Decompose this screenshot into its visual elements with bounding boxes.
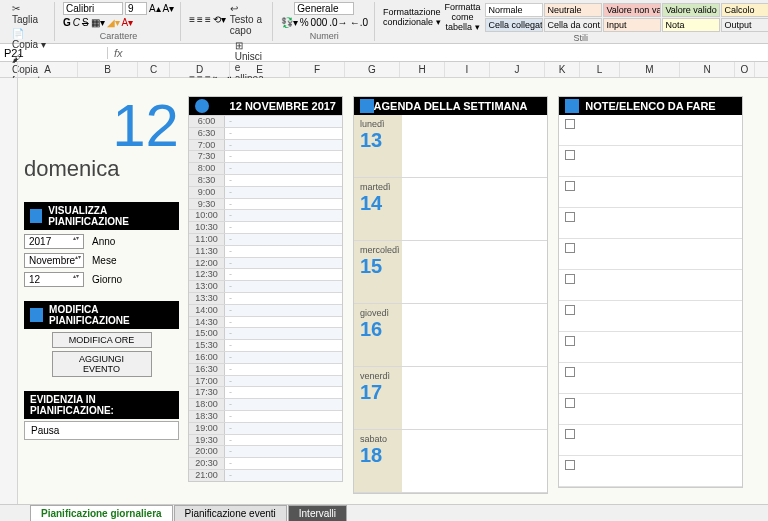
font-color-icon[interactable]: A▾	[122, 17, 134, 28]
fill-color-icon[interactable]: ◢▾	[107, 17, 120, 28]
number-format-select[interactable]: Generale	[294, 2, 354, 15]
style-neutrale[interactable]: Neutrale	[544, 3, 602, 17]
col-header[interactable]: C	[138, 62, 170, 77]
month-spinner[interactable]: Novembre	[24, 253, 84, 268]
schedule-slot[interactable]: -	[225, 116, 342, 127]
col-header[interactable]: M	[620, 62, 680, 77]
agenda-day[interactable]: martedì14	[354, 178, 547, 241]
note-row[interactable]	[559, 239, 742, 270]
schedule-row[interactable]: 10:00-	[189, 209, 342, 221]
schedule-row[interactable]: 13:30-	[189, 292, 342, 304]
col-header[interactable]: N	[680, 62, 735, 77]
schedule-row[interactable]: 17:30-	[189, 386, 342, 398]
note-row[interactable]	[559, 394, 742, 425]
schedule-row[interactable]: 18:00-	[189, 398, 342, 410]
schedule-slot[interactable]: -	[225, 258, 342, 269]
schedule-slot[interactable]: -	[225, 187, 342, 198]
checkbox-icon[interactable]	[565, 212, 575, 222]
schedule-slot[interactable]: -	[225, 140, 342, 151]
schedule-slot[interactable]: -	[225, 269, 342, 280]
schedule-row[interactable]: 11:00-	[189, 233, 342, 245]
col-header[interactable]: H	[400, 62, 445, 77]
note-row[interactable]	[559, 146, 742, 177]
col-header[interactable]: B	[78, 62, 138, 77]
note-row[interactable]	[559, 301, 742, 332]
schedule-slot[interactable]: -	[225, 151, 342, 162]
highlight-value[interactable]: Pausa	[24, 421, 179, 440]
strike-button[interactable]: S	[82, 17, 89, 28]
col-header[interactable]: G	[345, 62, 400, 77]
cut-button[interactable]: ✂ Taglia	[10, 2, 48, 26]
col-header[interactable]: A	[18, 62, 78, 77]
schedule-slot[interactable]: -	[225, 411, 342, 422]
schedule-row[interactable]: 16:30-	[189, 363, 342, 375]
schedule-slot[interactable]: -	[225, 340, 342, 351]
note-row[interactable]	[559, 270, 742, 301]
schedule-slot[interactable]: -	[225, 328, 342, 339]
schedule-row[interactable]: 19:30-	[189, 434, 342, 446]
style-nota[interactable]: Nota	[662, 18, 720, 32]
checkbox-icon[interactable]	[565, 150, 575, 160]
modify-hours-button[interactable]: MODIFICA ORE	[52, 332, 152, 348]
schedule-row[interactable]: 6:00-	[189, 115, 342, 127]
dec-dec-icon[interactable]: ←.0	[350, 17, 368, 28]
bold-button[interactable]: G	[63, 17, 71, 28]
col-header[interactable]: E	[230, 62, 290, 77]
format-table-button[interactable]: Formatta come tabella ▾	[445, 2, 481, 32]
schedule-slot[interactable]: -	[225, 246, 342, 257]
font-size-select[interactable]: 9	[125, 2, 147, 15]
italic-button[interactable]: C	[73, 17, 80, 28]
day-spinner[interactable]: 12	[24, 272, 84, 287]
schedule-slot[interactable]: -	[225, 128, 342, 139]
checkbox-icon[interactable]	[565, 274, 575, 284]
style-cella-collegata[interactable]: Cella collegata	[485, 18, 543, 32]
schedule-slot[interactable]: -	[225, 222, 342, 233]
schedule-slot[interactable]: -	[225, 210, 342, 221]
agenda-day[interactable]: sabato18	[354, 430, 547, 493]
schedule-slot[interactable]: -	[225, 293, 342, 304]
style-valore-non-valido[interactable]: Valore non va...	[603, 3, 661, 17]
style-input[interactable]: Input	[603, 18, 661, 32]
checkbox-icon[interactable]	[565, 305, 575, 315]
style-calcolo[interactable]: Calcolo	[721, 3, 768, 17]
checkbox-icon[interactable]	[565, 460, 575, 470]
add-event-button[interactable]: AGGIUNGI EVENTO	[52, 351, 152, 377]
col-header[interactable]: K	[545, 62, 580, 77]
schedule-row[interactable]: 21:00-	[189, 469, 342, 481]
tab-events[interactable]: Pianificazione eventi	[174, 505, 287, 522]
schedule-row[interactable]: 15:00-	[189, 327, 342, 339]
schedule-row[interactable]: 14:00-	[189, 304, 342, 316]
fx-icon[interactable]: fx	[108, 47, 129, 59]
schedule-row[interactable]: 20:00-	[189, 445, 342, 457]
schedule-slot[interactable]: -	[225, 435, 342, 446]
note-row[interactable]	[559, 363, 742, 394]
checkbox-icon[interactable]	[565, 336, 575, 346]
schedule-slot[interactable]: -	[225, 175, 342, 186]
schedule-slot[interactable]: -	[225, 352, 342, 363]
schedule-row[interactable]: 12:30-	[189, 268, 342, 280]
col-header[interactable]: I	[445, 62, 490, 77]
border-icon[interactable]: ▦▾	[91, 17, 105, 28]
col-header[interactable]: J	[490, 62, 545, 77]
schedule-row[interactable]: 17:00-	[189, 375, 342, 387]
schedule-row[interactable]: 18:30-	[189, 410, 342, 422]
schedule-row[interactable]: 14:30-	[189, 316, 342, 328]
note-row[interactable]	[559, 332, 742, 363]
schedule-row[interactable]: 19:00-	[189, 422, 342, 434]
note-row[interactable]	[559, 456, 742, 487]
schedule-slot[interactable]: -	[225, 376, 342, 387]
checkbox-icon[interactable]	[565, 367, 575, 377]
col-header[interactable]: D	[170, 62, 230, 77]
cond-format-button[interactable]: Formattazione condizionale ▾	[383, 7, 441, 27]
schedule-row[interactable]: 8:00-	[189, 162, 342, 174]
align-top-icon[interactable]: ≡	[189, 14, 195, 25]
style-cella-cont[interactable]: Cella da cont...	[544, 18, 602, 32]
checkbox-icon[interactable]	[565, 119, 575, 129]
style-normale[interactable]: Normale	[485, 3, 543, 17]
tab-intervals[interactable]: Intervalli	[288, 505, 347, 522]
schedule-slot[interactable]: -	[225, 399, 342, 410]
name-box[interactable]: P21	[0, 47, 108, 59]
col-header[interactable]: L	[580, 62, 620, 77]
checkbox-icon[interactable]	[565, 181, 575, 191]
schedule-slot[interactable]: -	[225, 458, 342, 469]
